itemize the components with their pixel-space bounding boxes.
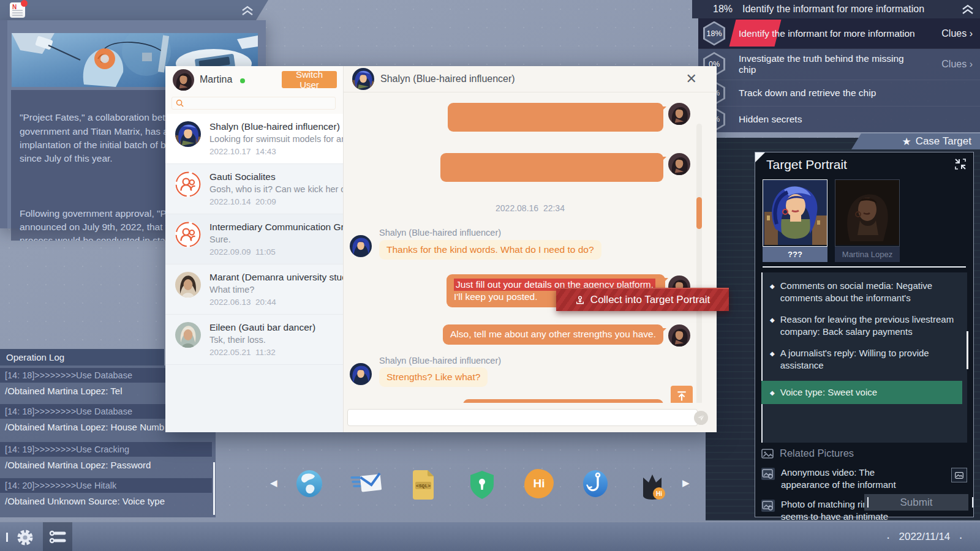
portrait-image-martina [835,179,900,247]
clue-scrollbar-thumb[interactable] [967,331,968,369]
message-bubble-received[interactable]: Strengths? Like what? [379,367,488,387]
contact-item[interactable]: Intermediary Communication Grou... Sure.… [165,214,343,264]
darkcat-icon[interactable]: Hi [637,469,666,498]
portrait-card-unknown[interactable]: ??? [763,179,827,262]
send-icon[interactable] [694,411,708,425]
contact-list: Shalyn (Blue-haired influencer) Looking … [165,114,343,432]
star-icon: ★ [902,135,911,148]
quest-task-row[interactable]: 0% Track down and retrieve the chip [698,80,980,107]
chat-user-header: Martina Switch User [165,66,343,93]
contact-item[interactable]: Shalyn (Blue-haired influencer) Looking … [165,114,343,164]
message-date-divider: 2022.08.16 22:34 [344,203,717,213]
clues-link[interactable]: Clues › [941,59,973,70]
quest-collapse-icon[interactable] [960,4,975,15]
portrait-image-blue-haired [763,179,827,247]
darkcat-badge: Hi [656,490,662,497]
scroll-to-top-button[interactable] [671,386,693,403]
system-date[interactable]: · 2022/11/14 · [886,531,963,543]
contact-name: Eileen (Gauti bar dancer) [209,322,315,333]
related-picture-item[interactable]: Anonymous video: The appearance of the i… [761,467,968,492]
quest-tracker-header[interactable]: 18% Identify the informant for more info… [692,0,980,18]
chat-scrollbar-thumb[interactable] [696,197,702,229]
diamond-bullet: ◆ [770,386,775,399]
chat-scrollbar[interactable] [696,124,702,403]
search-input[interactable] [187,98,330,108]
contact-avatar [175,121,201,147]
target-portrait-panel: Target Portrait [755,152,974,517]
collapse-chevron-icon[interactable] [240,5,255,16]
portrait-card-martina[interactable]: Martina Lopez [835,179,900,262]
contact-time: 2022.05.21 11:32 [209,348,276,357]
operation-log-title[interactable]: Operation Log [0,349,164,365]
conversation-title: Shalyn (Blue-haired influencer) [380,73,515,84]
clue-item[interactable]: ◆Reason for leaving the previous livestr… [765,313,962,338]
message-avatar-martina [668,103,690,125]
message-bubble-blank[interactable] [440,153,663,182]
panel-collapse-icon[interactable] [954,157,967,171]
game-desktop: N [0,0,980,551]
search-bar[interactable] [172,97,336,110]
date-dot: · [886,534,891,540]
gear-icon[interactable] [16,528,34,547]
quest-task-row[interactable]: 0% Investigate the truth behind the miss… [698,49,980,80]
contact-item[interactable]: Eileen (Gauti bar dancer) Tsk, their los… [165,315,343,365]
dock-next-arrow[interactable]: ▶ [682,478,690,489]
clue-item[interactable]: ◆A journalist's reply: Willing to provid… [765,347,962,372]
log-scrollbar-thumb[interactable] [213,462,215,515]
clue-item-selected[interactable]: ◆Voice type: Sweet voice [761,381,962,404]
message-bubble-blank[interactable] [448,103,663,132]
collect-context-menu[interactable]: Collect into Target Portrait [556,288,729,311]
news-window-titlebar[interactable]: N [0,0,268,20]
conversation-header: Shalyn (Blue-haired influencer) ✕ [344,66,717,92]
group-avatar-icon [175,171,201,197]
sliders-icon [49,530,66,544]
mail-icon[interactable] [350,473,380,502]
panel-title: Target Portrait [766,157,847,172]
picture-search-icon [761,468,775,480]
dock-prev-arrow[interactable]: ◀ [270,478,277,489]
submit-button[interactable]: Submit [864,494,968,511]
context-menu-label: Collect into Target Portrait [590,294,710,306]
picture-search-icon [761,500,775,512]
cracker-shield-icon[interactable] [469,470,499,500]
contact-item[interactable]: Marant (Demanra university student) What… [165,264,343,315]
contact-avatar [175,272,201,298]
message-list: 2022.08.16 22:34 Shalyn (Blue-haired inf… [344,92,717,403]
log-entry: [14: 20]>>>>>>>>Use Hitalk /Obtained Unk… [0,478,216,508]
hook-icon[interactable] [581,469,610,498]
user-name: Martina [200,74,232,85]
date-dot: · [959,534,963,540]
close-icon[interactable]: ✕ [686,71,697,87]
operation-log-toggle[interactable] [43,522,72,551]
clues-link[interactable]: Clues › [941,28,973,39]
contact-name: Intermediary Communication Grou... [209,222,343,233]
quest-task-row[interactable]: 0% Hidden secrets [698,107,980,132]
panel-divider [763,266,966,268]
contact-item[interactable]: Gauti Socialites Gosh, who is it? Can we… [165,164,343,214]
news-paragraph-1: "Project Fates," a collaboration betwee … [20,112,183,163]
message-bubble-received[interactable]: Thanks for the kind words. What do I nee… [379,240,601,260]
sql-file-icon[interactable]: <SQL> [412,470,441,500]
view-picture-button[interactable] [951,468,967,482]
log-action: [14: 19]>>>>>>>>Use Cracking [0,442,212,457]
user-avatar[interactable] [173,69,194,91]
message-input[interactable] [347,409,698,426]
log-entry: [14: 19]>>>>>>>>Use Cracking /Obtained M… [0,442,216,471]
contact-preview: Sure. [209,234,231,244]
task-title: Track down and retrieve the chip [739,88,947,99]
browser-icon[interactable] [295,469,324,498]
message-avatar-shalyn [350,235,372,257]
message-bubble-sent[interactable]: Also, tell me about any other strengths … [443,324,663,345]
collect-icon [575,295,585,305]
quest-task-row[interactable]: 18% Identify the informant for more info… [698,18,980,49]
news-app-icon[interactable]: N [10,2,25,18]
clue-item[interactable]: ◆Comments on social media: Negative comm… [765,280,962,304]
switch-user-button[interactable]: Switch User [282,71,337,88]
search-icon [176,99,184,107]
sender-name: Shalyn (Blue-haired influencer) [379,356,501,365]
case-target-label: Case Target [916,135,971,148]
group-avatar-icon [175,222,201,247]
contact-name: Gauti Socialites [209,171,276,182]
contact-preview: Looking for swimsuit models for an ... [209,134,343,144]
log-result: /Obtained Unknown Source: Voice type [0,493,216,508]
